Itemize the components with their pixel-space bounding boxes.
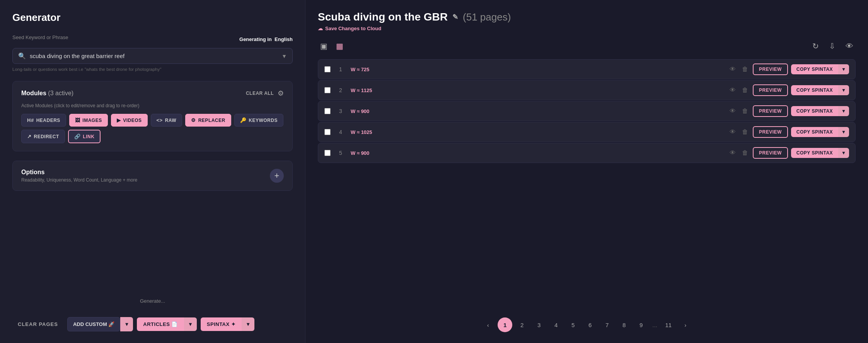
module-keywords-button[interactable]: 🔑 KEYWORDS bbox=[234, 114, 283, 127]
row-checkbox-4[interactable] bbox=[324, 129, 331, 135]
seed-label: Seed Keyword or Phrase bbox=[12, 34, 68, 40]
download-icon-button[interactable]: ⇩ bbox=[827, 39, 838, 53]
delete-icon-3[interactable]: 🗑 bbox=[740, 106, 750, 116]
pagination-page-6[interactable]: 6 bbox=[583, 317, 597, 332]
module-videos-button[interactable]: ▶ VIDEOS bbox=[111, 114, 148, 127]
preview-button-4[interactable]: PREVIEW bbox=[753, 126, 788, 138]
add-custom-dropdown[interactable]: ▼ bbox=[120, 317, 133, 331]
row-checkbox-2[interactable] bbox=[324, 87, 331, 93]
spintax-button[interactable]: SPINTAX ✦ bbox=[201, 317, 242, 331]
table-row: 4 W ≈ 1025 👁 🗑 PREVIEW COPY SPINTAX ▼ bbox=[318, 122, 856, 142]
edit-title-icon[interactable]: ✎ bbox=[452, 13, 458, 21]
row-checkbox-5[interactable] bbox=[324, 150, 331, 156]
copy-spintax-button-3[interactable]: COPY SPINTAX bbox=[791, 106, 838, 116]
module-redirect-button[interactable]: ↗ REDIRECT bbox=[21, 130, 65, 143]
videos-icon: ▶ bbox=[117, 117, 121, 123]
copy-spintax-dropdown-2[interactable]: ▼ bbox=[838, 85, 849, 95]
bottom-bar: CLEAR PAGES ADD CUSTOM 🚀 ▼ ARTICLES 📄 ▼ … bbox=[12, 309, 293, 331]
preview-button-3[interactable]: PREVIEW bbox=[753, 105, 788, 117]
seed-input[interactable] bbox=[30, 53, 281, 59]
eye-icon-button[interactable]: 👁 bbox=[843, 39, 856, 53]
delete-icon-5[interactable]: 🗑 bbox=[740, 148, 750, 158]
delete-icon-4[interactable]: 🗑 bbox=[740, 127, 750, 137]
seed-hint: Long-tails or questions work best i.e "w… bbox=[12, 67, 293, 72]
modules-title: Modules (3 active) bbox=[21, 90, 73, 97]
redirect-icon: ↗ bbox=[27, 134, 32, 139]
module-replacer-button[interactable]: ⚙ REPLACER bbox=[185, 114, 231, 127]
pagination-page-7[interactable]: 7 bbox=[600, 317, 614, 332]
articles-dropdown[interactable]: ▼ bbox=[184, 317, 197, 331]
pages-list: 1 W ≈ 725 👁 🗑 PREVIEW COPY SPINTAX ▼ 2 W… bbox=[318, 59, 856, 310]
clear-pages-button[interactable]: CLEAR PAGES bbox=[12, 317, 63, 331]
options-subtitle: Readability, Uniqueness, Word Count, Lan… bbox=[21, 177, 137, 183]
modules-section: Modules (3 active) CLEAR ALL ⚙ Active Mo… bbox=[12, 81, 293, 151]
preview-button-2[interactable]: PREVIEW bbox=[753, 84, 788, 96]
hide-icon-1[interactable]: 👁 bbox=[728, 64, 737, 74]
copy-spintax-button-1[interactable]: COPY SPINTAX bbox=[791, 64, 838, 74]
modules-grid: H# HEADERS 🖼 IMAGES ▶ VIDEOS <> RAW ⚙ RE… bbox=[21, 114, 284, 143]
copy-spintax-button-5[interactable]: COPY SPINTAX bbox=[791, 148, 838, 158]
pages-toolbar: ▣ ▦ ↻ ⇩ 👁 bbox=[318, 39, 856, 53]
pagination-page-11[interactable]: 11 bbox=[661, 317, 676, 332]
preview-button-1[interactable]: PREVIEW bbox=[753, 63, 788, 75]
table-row: 5 W ≈ 900 👁 🗑 PREVIEW COPY SPINTAX ▼ bbox=[318, 143, 856, 163]
spintax-group: SPINTAX ✦ ▼ bbox=[201, 317, 254, 331]
pagination-page-5[interactable]: 5 bbox=[566, 317, 580, 332]
word-count-5: W ≈ 900 bbox=[351, 150, 723, 156]
pagination-page-1[interactable]: 1 bbox=[498, 317, 512, 332]
clear-all-button[interactable]: CLEAR ALL bbox=[246, 91, 274, 96]
hide-icon-5[interactable]: 👁 bbox=[728, 148, 737, 158]
copy-spintax-dropdown-3[interactable]: ▼ bbox=[838, 106, 849, 116]
modules-gear-button[interactable]: ⚙ bbox=[278, 89, 284, 98]
add-custom-button[interactable]: ADD CUSTOM 🚀 bbox=[67, 317, 120, 331]
pagination-dots: ... bbox=[651, 322, 659, 328]
pagination-page-9[interactable]: 9 bbox=[634, 317, 648, 332]
preview-button-5[interactable]: PREVIEW bbox=[753, 147, 788, 159]
delete-icon-1[interactable]: 🗑 bbox=[740, 64, 750, 74]
copy-spintax-dropdown-1[interactable]: ▼ bbox=[838, 64, 849, 74]
pages-icon-button[interactable]: ▦ bbox=[334, 39, 346, 53]
modules-header: Modules (3 active) CLEAR ALL ⚙ bbox=[21, 89, 284, 98]
project-title: Scuba diving on the GBR bbox=[318, 11, 448, 23]
copy-spintax-button-4[interactable]: COPY SPINTAX bbox=[791, 127, 838, 137]
spintax-dropdown[interactable]: ▼ bbox=[242, 317, 254, 331]
row-checkbox-3[interactable] bbox=[324, 108, 331, 114]
save-cloud-button[interactable]: ☁ Save Changes to Cloud bbox=[318, 26, 381, 31]
pagination-page-3[interactable]: 3 bbox=[532, 317, 546, 332]
add-custom-group: ADD CUSTOM 🚀 ▼ bbox=[67, 317, 133, 331]
options-add-button[interactable]: + bbox=[270, 169, 284, 183]
hide-icon-4[interactable]: 👁 bbox=[728, 127, 737, 137]
pages-count: (51 pages) bbox=[463, 11, 511, 23]
articles-button[interactable]: ARTICLES 📄 bbox=[137, 317, 184, 331]
copy-spintax-button-2[interactable]: COPY SPINTAX bbox=[791, 85, 838, 95]
chevron-down-icon: ▼ bbox=[281, 53, 287, 59]
pagination-page-4[interactable]: 4 bbox=[549, 317, 563, 332]
pagination-page-2[interactable]: 2 bbox=[515, 317, 529, 332]
refresh-icon-button[interactable]: ↻ bbox=[810, 39, 821, 53]
hide-icon-2[interactable]: 👁 bbox=[728, 85, 737, 95]
pagination: ‹ 1 2 3 4 5 6 7 8 9 ... 11 › bbox=[318, 317, 856, 332]
module-images-button[interactable]: 🖼 IMAGES bbox=[69, 114, 108, 127]
generating-label: Generating in English bbox=[239, 36, 293, 42]
images-icon: 🖼 bbox=[75, 117, 80, 123]
word-count-3: W ≈ 900 bbox=[351, 108, 723, 114]
options-section: Options Readability, Uniqueness, Word Co… bbox=[12, 161, 293, 191]
pagination-page-8[interactable]: 8 bbox=[617, 317, 631, 332]
page-number-3: 3 bbox=[336, 108, 345, 114]
module-link-button[interactable]: 🔗 LINK bbox=[68, 130, 101, 143]
page-number-5: 5 bbox=[336, 150, 345, 156]
hide-icon-3[interactable]: 👁 bbox=[728, 106, 737, 116]
delete-icon-2[interactable]: 🗑 bbox=[740, 85, 750, 95]
table-row: 3 W ≈ 900 👁 🗑 PREVIEW COPY SPINTAX ▼ bbox=[318, 101, 856, 121]
copy-spintax-dropdown-4[interactable]: ▼ bbox=[838, 127, 849, 137]
row-checkbox-1[interactable] bbox=[324, 66, 331, 72]
module-raw-button[interactable]: <> RAW bbox=[151, 114, 182, 127]
word-count-1: W ≈ 725 bbox=[351, 67, 723, 72]
copy-spintax-dropdown-5[interactable]: ▼ bbox=[838, 148, 849, 158]
copy-icon-button[interactable]: ▣ bbox=[318, 39, 330, 53]
pagination-prev[interactable]: ‹ bbox=[481, 317, 495, 332]
module-headers-button[interactable]: H# HEADERS bbox=[21, 114, 66, 127]
toolbar-right: ↻ ⇩ 👁 bbox=[810, 39, 856, 53]
pagination-next[interactable]: › bbox=[678, 317, 693, 332]
project-title-row: Scuba diving on the GBR ✎ (51 pages) bbox=[318, 11, 511, 23]
